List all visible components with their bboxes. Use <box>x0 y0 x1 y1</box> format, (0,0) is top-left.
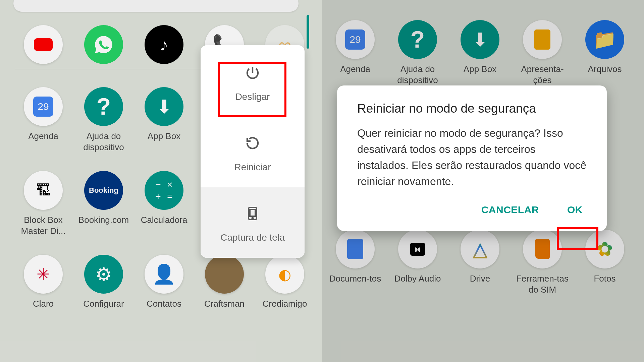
booking-icon: Booking <box>84 171 123 210</box>
sim-icon <box>523 230 562 268</box>
app-craftsman[interactable]: Craftsman <box>196 255 253 309</box>
app-appbox[interactable]: ⬇ App Box <box>136 87 192 153</box>
app-crediamigo[interactable]: ◐ Crediamigo <box>257 255 313 309</box>
app-agenda[interactable]: 29 Agenda <box>15 87 71 153</box>
app-contacts[interactable]: Contatos <box>136 255 192 309</box>
help-icon: ? <box>398 20 437 59</box>
dolby-icon: ◗◖ <box>398 230 437 268</box>
app-label: Arquivos <box>588 64 622 75</box>
screenshot-icon <box>245 205 261 224</box>
app-whatsapp[interactable] <box>75 25 132 69</box>
claro-icon <box>24 255 63 294</box>
app-docs[interactable]: Documen-tos <box>325 230 385 295</box>
app-appbox[interactable]: ⬇ App Box <box>450 20 510 85</box>
app-label: App Box <box>464 64 496 75</box>
dialog-actions: CANCELAR OK <box>357 201 587 219</box>
app-label: Configurar <box>83 298 124 309</box>
dialog-title: Reiniciar no modo de segurança <box>357 102 587 116</box>
appbox-icon: ⬇ <box>145 87 183 126</box>
app-label: Dolby Audio <box>394 273 441 284</box>
app-label: Craftsman <box>204 298 245 309</box>
app-label: Booking.com <box>78 215 129 226</box>
app-tiktok[interactable]: ♪ <box>136 25 192 69</box>
app-agenda[interactable]: 29 Agenda <box>325 20 385 85</box>
crediamigo-icon: ◐ <box>265 255 304 294</box>
app-label: Ferramen-tas do SIM <box>514 273 571 295</box>
app-label: App Box <box>148 131 180 142</box>
scroll-indicator[interactable] <box>307 15 309 49</box>
safe-mode-dialog: Reiniciar no modo de segurança Quer rein… <box>337 85 607 231</box>
docs-icon <box>336 230 375 268</box>
calculator-icon: −×+= <box>145 171 183 210</box>
contacts-icon <box>145 255 183 294</box>
app-help[interactable]: ? Ajuda do dispositivo <box>388 20 447 85</box>
app-label: Drive <box>470 273 490 284</box>
restart-button[interactable]: Reiniciar <box>201 117 305 187</box>
app-drive[interactable]: Drive <box>450 230 510 295</box>
app-calculator[interactable]: −×+= Calculadora <box>136 171 192 236</box>
app-slides[interactable]: Apresenta-ções <box>513 20 572 85</box>
calendar-icon: 29 <box>24 87 63 126</box>
whatsapp-icon <box>84 25 123 64</box>
app-label: Apresenta-ções <box>514 64 571 85</box>
screenshot-left: ♪ ∞ 29 Agenda ? Ajuda do dispositivo ⬇ A… <box>0 0 322 362</box>
tiktok-icon: ♪ <box>145 25 183 64</box>
restart-icon <box>245 135 261 154</box>
app-dolby[interactable]: ◗◖ Dolby Audio <box>388 230 447 295</box>
app-label: Agenda <box>340 64 370 75</box>
svg-rect-1 <box>250 209 255 216</box>
dialog-body: Quer reiniciar no modo de segurança? Iss… <box>357 125 587 189</box>
app-label: Ajuda do dispositivo <box>389 64 446 85</box>
app-label: Claro <box>33 298 54 309</box>
app-label: Agenda <box>28 131 58 142</box>
app-youtube[interactable] <box>15 25 71 69</box>
app-help[interactable]: ? Ajuda do dispositivo <box>75 87 132 153</box>
screenshot-right: 29 Agenda ? Ajuda do dispositivo ⬇ App B… <box>322 0 644 362</box>
youtube-icon <box>24 25 63 64</box>
restart-label: Reiniciar <box>234 162 271 173</box>
app-label: Documen-tos <box>329 273 381 284</box>
app-files[interactable]: 📁 Arquivos <box>575 20 635 85</box>
folder-icon: 📁 <box>585 20 624 59</box>
highlight-box <box>218 62 286 117</box>
ok-button[interactable]: OK <box>563 201 587 219</box>
app-booking[interactable]: Booking Booking.com <box>75 171 132 236</box>
blockbox-icon: 🏗 <box>24 171 63 210</box>
app-label: Ajuda do dispositivo <box>75 131 132 153</box>
screenshot-label: Captura de tela <box>220 232 284 243</box>
screenshot-button[interactable]: Captura de tela <box>201 187 305 258</box>
svg-point-2 <box>252 218 253 219</box>
app-blockbox[interactable]: 🏗 Block Box Master Di... <box>15 171 71 236</box>
app-settings[interactable]: ⚙ Configurar <box>75 255 132 309</box>
slides-icon <box>523 20 562 59</box>
app-label: Calculadora <box>141 215 187 226</box>
craftsman-icon <box>205 255 244 294</box>
cancel-button[interactable]: CANCELAR <box>477 201 543 219</box>
app-label: Contatos <box>147 298 181 309</box>
search-bar[interactable] <box>13 0 299 12</box>
app-claro[interactable]: Claro <box>15 255 71 309</box>
help-icon: ? <box>84 87 123 126</box>
calendar-icon: 29 <box>336 20 375 59</box>
app-label: Block Box Master Di... <box>15 215 71 236</box>
appbox-icon: ⬇ <box>461 20 499 59</box>
drive-icon <box>461 230 499 268</box>
highlight-box <box>557 227 598 250</box>
app-label: Crediamigo <box>263 298 307 309</box>
app-label: Fotos <box>594 273 615 284</box>
gear-icon: ⚙ <box>84 255 123 294</box>
